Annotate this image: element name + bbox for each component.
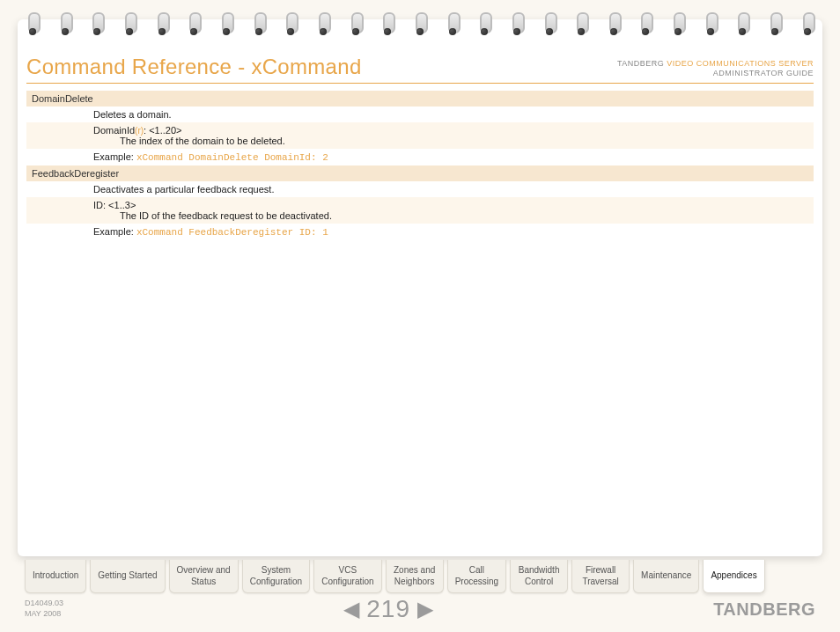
spiral-ring [26, 12, 39, 33]
command-param-row: DomainId(r): <1..20>The index of the dom… [26, 122, 814, 149]
nav-tabs: IntroductionGetting StartedOverview andS… [25, 560, 765, 593]
spiral-ring [317, 12, 329, 33]
footer-brand: TANDBERG [713, 599, 815, 620]
tab-label-line1: Zones and [394, 565, 436, 577]
example-code: xCommand FeedbackDeregister ID: 1 [136, 227, 328, 238]
example-code: xCommand DomainDelete DomainId: 2 [136, 152, 328, 163]
nav-tab[interactable]: BandwidthControl [510, 560, 568, 593]
spiral-ring [284, 12, 297, 33]
tab-label-line1: Overview and [177, 565, 231, 577]
spiral-ring [608, 12, 620, 33]
command-param-row: ID: <1..3>The ID of the feedback request… [26, 197, 814, 224]
spiral-ring [59, 12, 71, 33]
command-example-row: Example: xCommand DomainDelete DomainId:… [26, 149, 814, 165]
command-table: DomainDeleteDeletes a domain.DomainId(r)… [26, 91, 814, 240]
spiral-ring [478, 12, 490, 33]
spiral-binding [26, 12, 814, 33]
header-meta: TANDBERG VIDEO COMMUNICATIONS SERVER ADM… [617, 59, 814, 79]
spiral-ring [350, 12, 362, 33]
doc-id: D14049.03 [25, 599, 63, 609]
spiral-ring [543, 12, 556, 33]
param-required-marker: (r) [135, 126, 144, 136]
param-range: : <1..3> [103, 200, 136, 210]
document-page: Command Reference - xCommand TANDBERG VI… [18, 19, 822, 556]
spiral-ring [801, 12, 814, 33]
doc-meta: D14049.03 MAY 2008 [25, 599, 63, 619]
nav-tab[interactable]: Maintenance [633, 560, 699, 593]
tab-label-line2: Traversal [579, 577, 622, 588]
command-param: ID: <1..3>The ID of the feedback request… [88, 197, 814, 224]
param-range: : <1..20> [144, 125, 181, 136]
spiral-ring [156, 12, 168, 33]
spiral-ring [253, 12, 265, 33]
spiral-ring [736, 12, 748, 33]
command-desc: Deactivates a particular feedback reques… [88, 181, 814, 197]
tab-label-line1: Appendices [711, 570, 756, 582]
footer: D14049.03 MAY 2008 ◀ 219 ▶ TANDBERG [25, 595, 815, 623]
tab-label-line2: Processing [455, 577, 498, 588]
example-label: Example: [93, 226, 136, 237]
tab-label-line2: Status [177, 577, 231, 588]
tab-label-line1: Introduction [33, 570, 78, 582]
next-page-arrow[interactable]: ▶ [417, 597, 433, 621]
tab-label-line1: VCS [321, 565, 373, 577]
command-name: FeedbackDeregister [26, 165, 814, 181]
spiral-ring [123, 12, 136, 33]
nav-tab[interactable]: Appendices [703, 560, 764, 593]
command-param: DomainId(r): <1..20>The index of the dom… [88, 122, 814, 149]
doc-date: MAY 2008 [25, 609, 63, 620]
tab-label-line2: Control [518, 577, 560, 588]
command-example-row: Example: xCommand FeedbackDeregister ID:… [26, 224, 814, 240]
nav-tab[interactable]: VCSConfiguration [313, 560, 381, 593]
spiral-ring [381, 12, 394, 33]
command-name: DomainDelete [26, 91, 814, 107]
param-label: DomainId [93, 125, 135, 136]
spiral-ring [704, 12, 717, 33]
tab-label-line2: Neighbors [394, 577, 436, 588]
nav-tab[interactable]: Introduction [25, 560, 86, 593]
param-label: ID [93, 200, 103, 210]
tab-label-line2: Configuration [321, 577, 373, 588]
nav-tab[interactable]: Overview andStatus [169, 560, 239, 593]
page-number: 219 [366, 595, 410, 623]
spiral-ring [575, 12, 587, 33]
command-desc-row: Deletes a domain. [26, 107, 814, 122]
title-row: Command Reference - xCommand TANDBERG VI… [26, 55, 814, 84]
command-header-row: FeedbackDeregister [26, 165, 814, 181]
nav-tab[interactable]: Zones andNeighbors [386, 560, 444, 593]
tab-label-line1: Maintenance [641, 570, 691, 582]
command-example: Example: xCommand FeedbackDeregister ID:… [88, 224, 814, 240]
tab-label-line1: Getting Started [98, 570, 157, 582]
page-title: Command Reference - xCommand [26, 55, 362, 79]
nav-tab[interactable]: FirewallTraversal [571, 560, 630, 593]
spiral-ring [672, 12, 684, 33]
nav-tab[interactable]: Getting Started [90, 560, 165, 593]
tab-label-line2: Configuration [250, 577, 302, 588]
spiral-ring [220, 12, 232, 33]
command-example: Example: xCommand DomainDelete DomainId:… [88, 149, 814, 165]
command-desc: Deletes a domain. [88, 107, 814, 122]
command-desc-row: Deactivates a particular feedback reques… [26, 181, 814, 197]
spiral-ring [769, 12, 781, 33]
param-desc: The index of the domain to be deleted. [93, 136, 808, 146]
spiral-ring [188, 12, 200, 33]
command-header-row: DomainDelete [26, 91, 814, 107]
nav-tab[interactable]: CallProcessing [447, 560, 506, 593]
spiral-ring [446, 12, 459, 33]
example-label: Example: [93, 151, 136, 162]
tab-label-line1: Bandwidth [518, 565, 560, 577]
spiral-ring [639, 12, 652, 33]
tab-label-line1: System [250, 565, 302, 577]
header-product: VIDEO COMMUNICATIONS SERVER [667, 59, 814, 68]
header-brand: TANDBERG [617, 59, 664, 68]
header-guide: ADMINISTRATOR GUIDE [617, 69, 814, 79]
spiral-ring [414, 12, 426, 33]
pager: ◀ 219 ▶ [343, 595, 433, 623]
tab-label-line1: Firewall [579, 565, 622, 577]
nav-tab[interactable]: SystemConfiguration [242, 560, 310, 593]
param-desc: The ID of the feedback request to be dea… [93, 210, 808, 221]
prev-page-arrow[interactable]: ◀ [343, 597, 359, 621]
tab-label-line1: Call [455, 565, 498, 577]
spiral-ring [511, 12, 523, 33]
spiral-ring [91, 12, 103, 33]
